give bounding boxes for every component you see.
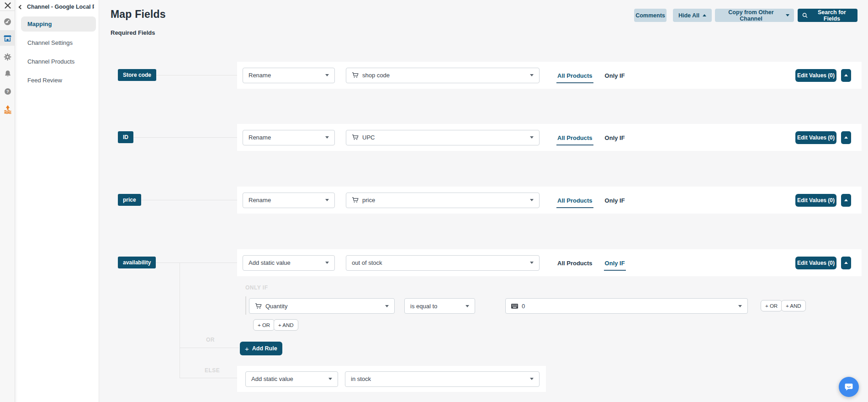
channel-title: Channel - Google Local Pr... xyxy=(27,4,94,10)
hide-all-button[interactable]: Hide All xyxy=(673,9,712,22)
caret-down-icon xyxy=(738,305,742,307)
required-fields-label: Required Fields xyxy=(111,29,155,36)
dashboard-icon[interactable] xyxy=(0,14,15,29)
condition-tabs: All Products Only IF xyxy=(556,255,626,271)
settings-gear-icon[interactable] xyxy=(0,49,15,64)
caret-down-icon xyxy=(530,136,534,139)
sidebar-menu: Mapping Channel Settings Channel Product… xyxy=(16,16,99,88)
mapping-type-select[interactable]: Rename xyxy=(243,68,335,83)
icon-rail: ? xyxy=(0,0,15,402)
field-row-store-code: Store code Rename shop code All Products… xyxy=(0,62,868,89)
tab-all-products[interactable]: All Products xyxy=(556,193,593,208)
static-value-select[interactable]: out of stock xyxy=(346,255,540,271)
mapping-type-select[interactable]: Rename xyxy=(243,130,335,145)
cart-icon xyxy=(352,134,359,140)
else-static-value-select[interactable]: in stock xyxy=(345,371,540,387)
rail-divider xyxy=(0,11,15,11)
edit-values-button[interactable]: Edit Values (0) xyxy=(795,257,836,269)
field-row-price: price Rename price All Products Only IF … xyxy=(0,187,868,214)
edit-values-button[interactable]: Edit Values (0) xyxy=(795,69,836,82)
edit-values-button[interactable]: Edit Values (0) xyxy=(795,194,836,207)
field-badge: Store code xyxy=(118,69,156,81)
mapping-type-select[interactable]: Add static value xyxy=(243,255,335,271)
sidebar-item-channel-products[interactable]: Channel Products xyxy=(21,54,96,69)
collapse-row-button[interactable] xyxy=(841,131,851,144)
sidebar-item-channel-settings[interactable]: Channel Settings xyxy=(21,35,96,50)
caret-down-icon xyxy=(325,262,329,264)
field-badge: price xyxy=(118,194,141,206)
tab-only-if[interactable]: Only IF xyxy=(604,130,626,145)
field-row-id: ID Rename UPC All Products Only IF Edit … xyxy=(0,124,868,151)
mapping-card: Add static value out of stock All Produc… xyxy=(237,249,862,276)
add-and-condition-button[interactable]: + AND xyxy=(274,319,298,331)
search-icon xyxy=(802,12,808,18)
copy-from-other-channel-button[interactable]: Copy from Other Channel xyxy=(715,9,794,22)
collapse-row-button[interactable] xyxy=(841,257,851,269)
mapping-card: Rename price All Products Only IF Edit V… xyxy=(237,187,862,214)
rule-tree-else-branch-line xyxy=(180,378,237,378)
caret-down-icon xyxy=(530,199,534,201)
field-row-availability: availability Add static value out of sto… xyxy=(0,249,868,276)
sidebar-item-mapping[interactable]: Mapping xyxy=(21,16,96,32)
tab-all-products[interactable]: All Products xyxy=(556,255,593,271)
condition-operator-select[interactable]: is equal to xyxy=(404,298,475,314)
map-fields-page: ? Channel - Google Local Pr... Mapping C… xyxy=(0,0,868,402)
connector-line xyxy=(122,137,237,138)
cart-icon xyxy=(352,72,359,78)
svg-text:?: ? xyxy=(6,89,9,94)
add-or-condition-button[interactable]: + OR xyxy=(253,319,275,331)
else-mapping-card: Add static value in stock xyxy=(237,366,546,392)
rule-tree-trunk-line xyxy=(180,263,180,378)
or-branch-label: OR xyxy=(206,337,215,343)
tab-all-products[interactable]: All Products xyxy=(556,68,593,83)
collapse-row-button[interactable] xyxy=(841,69,851,82)
condition-tabs: All Products Only IF xyxy=(556,193,626,208)
caret-down-icon xyxy=(325,74,329,76)
chat-messenger-button[interactable] xyxy=(839,377,859,397)
source-field-select[interactable]: shop code xyxy=(346,68,540,83)
rule-tree-or-branch-line xyxy=(180,348,239,348)
caret-down-icon xyxy=(530,378,534,380)
add-and-condition-button[interactable]: + AND xyxy=(781,300,806,311)
close-icon[interactable] xyxy=(2,1,13,10)
caret-up-icon xyxy=(844,262,848,264)
notifications-bell-icon[interactable] xyxy=(0,66,15,81)
tab-only-if[interactable]: Only IF xyxy=(604,68,626,83)
collapse-row-button[interactable] xyxy=(841,194,851,207)
condition-attribute-select[interactable]: Quantity xyxy=(249,298,395,314)
sidebar-item-feed-review[interactable]: Feed Review xyxy=(21,73,96,88)
mapping-type-select[interactable]: Rename xyxy=(243,193,335,208)
search-for-fields-button[interactable]: Search for Fields xyxy=(798,9,857,22)
else-mapping-type-select[interactable]: Add static value xyxy=(245,371,338,387)
condition-group-edge xyxy=(245,296,246,315)
source-field-select[interactable]: UPC xyxy=(346,130,540,145)
condition-tabs: All Products Only IF xyxy=(556,68,626,83)
channel-sidebar: Channel - Google Local Pr... Mapping Cha… xyxy=(16,0,99,402)
page-title: Map Fields xyxy=(111,8,166,21)
tab-all-products[interactable]: All Products xyxy=(556,130,593,145)
caret-down-icon xyxy=(530,74,534,76)
caret-up-icon xyxy=(844,136,848,139)
datafeedwatch-logo-icon[interactable] xyxy=(0,102,15,117)
cart-icon xyxy=(352,197,359,203)
caret-up-icon xyxy=(844,199,848,201)
source-field-select[interactable]: price xyxy=(346,193,540,208)
help-icon[interactable]: ? xyxy=(0,84,15,99)
store-icon[interactable] xyxy=(0,30,15,46)
cart-icon xyxy=(255,303,262,309)
field-badge: availability xyxy=(118,257,156,268)
condition-value-input[interactable]: 0 xyxy=(505,298,748,314)
tab-only-if[interactable]: Only IF xyxy=(604,193,626,208)
field-badge: ID xyxy=(118,131,133,143)
else-branch-label: ELSE xyxy=(205,367,220,374)
edit-values-button[interactable]: Edit Values (0) xyxy=(795,131,836,144)
sidebar-header: Channel - Google Local Pr... xyxy=(16,0,99,10)
chat-bubble-icon xyxy=(844,382,854,392)
comments-button[interactable]: Comments xyxy=(634,9,667,22)
tab-only-if[interactable]: Only IF xyxy=(604,255,626,271)
add-rule-button[interactable]: + Add Rule xyxy=(240,342,282,355)
caret-down-icon xyxy=(385,305,389,307)
add-or-condition-button[interactable]: + OR xyxy=(761,300,782,311)
back-chevron-icon[interactable] xyxy=(19,5,23,9)
caret-up-icon xyxy=(703,14,706,16)
